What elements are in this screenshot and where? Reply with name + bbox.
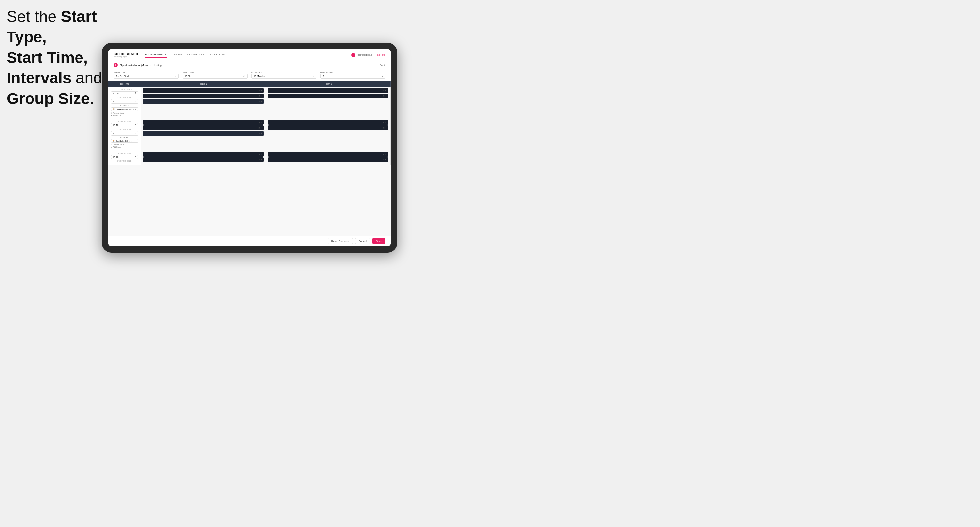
start-type-select[interactable]: 1st Tee Start ▾ <box>114 74 178 79</box>
breadcrumb: C Clippd Invitational (Men) › Hosting <box>114 63 162 67</box>
starting-hole-label-1: STARTING HOLE: <box>111 97 138 98</box>
course-label-2: COURSE: <box>111 137 138 138</box>
player-remove-icon[interactable]: ✕ ▾ <box>383 95 387 97</box>
player-row: ✕ ▾ <box>143 94 264 98</box>
nav-link-rankings[interactable]: RANKINGS <box>210 52 225 58</box>
logo-sub: Powered by clipp'd <box>114 56 138 58</box>
course-remove-2[interactable]: ✕ <box>129 140 130 142</box>
settings-bar: Start Type 1st Tee Start ▾ Start Time 10… <box>108 69 391 81</box>
player-row: ✕ ▾ <box>268 125 388 130</box>
intervals-group: Intervals 10 Minutes ▾ <box>251 71 317 79</box>
nav-links: TOURNAMENTS TEAMS COMMITTEE RANKINGS <box>145 52 351 58</box>
tablet-frame: SCOREBOARD Powered by clipp'd TOURNAMENT… <box>102 43 397 253</box>
remove-group-btn-2[interactable]: ○ Remove Group <box>111 144 138 146</box>
intervals-select[interactable]: 10 Minutes ▾ <box>251 74 317 79</box>
starting-hole-field-2[interactable]: 1 ▾ <box>111 131 138 135</box>
breadcrumb-tournament[interactable]: Clippd Invitational (Men) <box>119 63 148 67</box>
start-time-label: Start Time <box>183 71 248 73</box>
start-time-select[interactable]: 10:00 ⏱ <box>183 74 248 79</box>
intervals-label: Intervals <box>251 71 317 73</box>
breadcrumb-section: Hosting <box>153 63 162 67</box>
instruction-bold-intervals: Intervals <box>6 69 71 87</box>
intervals-chevron-icon: ▾ <box>313 75 314 78</box>
player-remove-icon[interactable]: ✕ ▾ <box>383 153 387 155</box>
time-icon-2: ⏱ <box>134 124 137 126</box>
logo-area: SCOREBOARD Powered by clipp'd <box>114 52 138 58</box>
tee-actions-2: ○ Remove Group + Add Group <box>111 144 138 148</box>
player-remove-icon[interactable]: ✕ ▾ <box>383 159 387 161</box>
instruction-bold-group-size: Group Size <box>6 90 90 107</box>
course-flag-icon-2: 🏌 <box>113 140 115 142</box>
player-remove-icon[interactable]: ✕ ▾ <box>258 100 262 103</box>
starting-time-label-2: STARTING TIME: <box>111 121 138 122</box>
time-icon-3: ⏱ <box>134 156 137 158</box>
player-remove-icon[interactable]: ✕ ▾ <box>258 121 262 123</box>
start-type-label: Start Type <box>114 71 178 73</box>
team1-col-2: ✕ ▾ ✕ ▾ ✕ ▾ <box>141 119 266 150</box>
nav-bar: SCOREBOARD Powered by clipp'd TOURNAMENT… <box>108 49 391 61</box>
starting-time-field-3[interactable]: 10:20 ⏱ <box>111 155 138 159</box>
nav-link-committee[interactable]: COMMITTEE <box>187 52 205 58</box>
player-row: ✕ ▾ <box>143 152 264 157</box>
player-row: ✕ ▾ <box>268 120 388 125</box>
course-chevron-1: ▾ <box>135 108 136 110</box>
remove-group-btn-1[interactable]: ○ Remove Group <box>111 112 138 114</box>
course-tag-1: 🏌 (A) Peachtree GC ✕ ▾ <box>111 107 138 111</box>
player-remove-icon[interactable]: ✕ ▾ <box>258 159 262 161</box>
add-group-btn-1[interactable]: + Add Group <box>111 114 138 116</box>
instruction-text: Set the Start Type, Start Time, Interval… <box>6 6 108 109</box>
player-row: ✕ ▾ <box>268 157 388 162</box>
nav-avatar <box>351 53 355 57</box>
add-icon-1: + <box>111 114 112 116</box>
save-button[interactable]: Save <box>372 238 385 244</box>
tee-info-3: STARTING TIME: 10:20 ⏱ STARTING HOLE: <box>108 150 141 165</box>
starting-hole-label-3: STARTING HOLE: <box>111 160 138 162</box>
player-remove-icon[interactable]: ✕ ▾ <box>258 95 262 97</box>
course-chevron-2: ▾ <box>131 140 132 142</box>
nav-email: blair@clippd.io <box>357 54 372 56</box>
player-remove-icon[interactable]: ✕ ▾ <box>258 89 262 92</box>
tablet-screen: SCOREBOARD Powered by clipp'd TOURNAMENT… <box>108 49 391 246</box>
team2-col-3: ✕ ▾ ✕ ▾ <box>266 150 391 165</box>
tee-info-1: STARTING TIME: 10:00 ⏱ STARTING HOLE: 1 … <box>108 87 141 118</box>
tee-info-2: STARTING TIME: 10:10 ⏱ STARTING HOLE: 1 … <box>108 119 141 150</box>
time-icon-1: ⏱ <box>134 92 137 95</box>
starting-time-label-3: STARTING TIME: <box>111 152 138 154</box>
starting-time-field-2[interactable]: 10:10 ⏱ <box>111 123 138 127</box>
starting-time-label-1: STARTING TIME: <box>111 89 138 90</box>
team1-col-3: ✕ ▾ ✕ ▾ <box>141 150 266 165</box>
player-remove-icon[interactable]: ✕ ▾ <box>258 132 262 135</box>
add-group-btn-2[interactable]: + Add Group <box>111 146 138 148</box>
back-button[interactable]: Back <box>380 63 385 67</box>
player-row: ✕ ▾ <box>143 131 264 136</box>
player-remove-icon[interactable]: ✕ ▾ <box>383 121 387 123</box>
reset-changes-button[interactable]: Reset Changes <box>328 238 353 244</box>
nav-link-tournaments[interactable]: TOURNAMENTS <box>145 52 167 58</box>
sign-out-link[interactable]: Sign out <box>377 54 385 56</box>
player-remove-icon[interactable]: ✕ ▾ <box>383 89 387 92</box>
cancel-button[interactable]: Cancel <box>355 238 370 244</box>
group-size-chevron-icon: ▾ <box>382 75 383 78</box>
player-row: ✕ ▾ <box>143 125 264 130</box>
intervals-value: 10 Minutes <box>254 75 265 78</box>
start-time-chevron-icon: ⏱ <box>243 75 245 78</box>
footer-bar: Reset Changes Cancel Save <box>108 236 391 246</box>
nav-link-teams[interactable]: TEAMS <box>172 52 182 58</box>
remove-icon-2: ○ <box>111 144 112 146</box>
group-size-select[interactable]: 3 ▾ <box>320 74 385 79</box>
starting-time-field-1[interactable]: 10:00 ⏱ <box>111 91 138 95</box>
table-content[interactable]: STARTING TIME: 10:00 ⏱ STARTING HOLE: 1 … <box>108 87 391 236</box>
course-name-2: East Lake GC <box>116 140 128 142</box>
player-remove-icon[interactable]: ✕ ▾ <box>258 127 262 129</box>
start-time-value: 10:00 <box>185 75 191 78</box>
starting-hole-field-1[interactable]: 1 ▾ <box>111 99 138 104</box>
table-header: Tee Time Team 1 Team 2 <box>108 81 391 87</box>
player-row: ✕ ▾ <box>268 94 388 98</box>
hole-chevron-2: ▾ <box>135 132 137 135</box>
player-remove-icon[interactable]: ✕ ▾ <box>258 153 262 155</box>
course-remove-1[interactable]: ✕ <box>133 108 134 110</box>
nav-separator: | <box>374 54 375 56</box>
hole-chevron-1: ▾ <box>135 100 137 103</box>
player-remove-icon[interactable]: ✕ ▾ <box>383 127 387 129</box>
table-row: STARTING TIME: 10:10 ⏱ STARTING HOLE: 1 … <box>108 119 391 150</box>
